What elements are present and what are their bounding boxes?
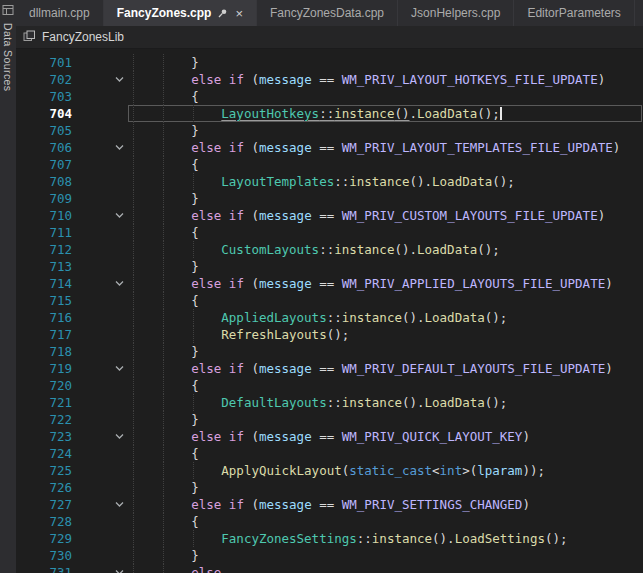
code-line-720[interactable]: 720 { bbox=[16, 377, 643, 394]
line-number[interactable]: 722 bbox=[16, 411, 72, 428]
line-number[interactable]: 705 bbox=[16, 122, 72, 139]
line-number[interactable]: 716 bbox=[16, 309, 72, 326]
code-line-711[interactable]: 711 { bbox=[16, 224, 643, 241]
fold-column[interactable] bbox=[72, 207, 131, 224]
line-number[interactable]: 725 bbox=[16, 462, 72, 479]
tab-dllmain-cpp[interactable]: dllmain.cpp bbox=[16, 0, 104, 26]
code-line-706[interactable]: 706 else if (message == WM_PRIV_LAYOUT_T… bbox=[16, 139, 643, 156]
line-number[interactable]: 704 bbox=[16, 105, 72, 122]
code-line-725[interactable]: 725 ApplyQuickLayout(static_cast<int>(lp… bbox=[16, 462, 643, 479]
token bbox=[131, 463, 221, 478]
line-number[interactable]: 701 bbox=[16, 54, 72, 71]
code-line-716[interactable]: 716 AppliedLayouts::instance().LoadData(… bbox=[16, 309, 643, 326]
line-number[interactable]: 724 bbox=[16, 445, 72, 462]
chevron-down-icon[interactable] bbox=[114, 142, 125, 153]
fold-column[interactable] bbox=[72, 139, 131, 156]
code-line-721[interactable]: 721 DefaultLayouts::instance().LoadData(… bbox=[16, 394, 643, 411]
indent-guide bbox=[193, 105, 194, 122]
indent-guide bbox=[133, 190, 134, 207]
code-line-723[interactable]: 723 else if (message == WM_PRIV_QUICK_LA… bbox=[16, 428, 643, 445]
line-number[interactable]: 720 bbox=[16, 377, 72, 394]
fold-column[interactable] bbox=[72, 360, 131, 377]
pin-icon[interactable] bbox=[217, 8, 228, 19]
code-text: DefaultLayouts::instance().LoadData(); bbox=[131, 394, 643, 411]
code-line-714[interactable]: 714 else if (message == WM_PRIV_APPLIED_… bbox=[16, 275, 643, 292]
fold-column[interactable] bbox=[72, 496, 131, 513]
chevron-down-icon[interactable] bbox=[114, 74, 125, 85]
line-number[interactable]: 703 bbox=[16, 88, 72, 105]
line-number[interactable]: 713 bbox=[16, 258, 72, 275]
indent-guide bbox=[133, 275, 134, 292]
fold-column bbox=[72, 462, 131, 479]
fold-column[interactable] bbox=[72, 71, 131, 88]
tab-fancyzonesdata-cpp[interactable]: FancyZonesData.cpp bbox=[257, 0, 398, 26]
line-number[interactable]: 707 bbox=[16, 156, 72, 173]
line-number[interactable]: 715 bbox=[16, 292, 72, 309]
code-line-727[interactable]: 727 else if (message == WM_PRIV_SETTINGS… bbox=[16, 496, 643, 513]
chevron-down-icon[interactable] bbox=[114, 210, 125, 221]
line-number[interactable]: 727 bbox=[16, 496, 72, 513]
line-number[interactable]: 706 bbox=[16, 139, 72, 156]
line-number[interactable]: 718 bbox=[16, 343, 72, 360]
fold-column[interactable] bbox=[72, 428, 131, 445]
code-line-712[interactable]: 712 CustomLayouts::instance().LoadData()… bbox=[16, 241, 643, 258]
fold-column[interactable] bbox=[72, 275, 131, 292]
code-line-717[interactable]: 717 RefreshLayouts(); bbox=[16, 326, 643, 343]
tab-editorparameters[interactable]: EditorParameters bbox=[514, 0, 634, 26]
code-line-726[interactable]: 726 } bbox=[16, 479, 643, 496]
code-line-731[interactable]: 731 else bbox=[16, 564, 643, 573]
code-line-713[interactable]: 713 } bbox=[16, 258, 643, 275]
line-number[interactable]: 710 bbox=[16, 207, 72, 224]
code-line-708[interactable]: 708 LayoutTemplates::instance().LoadData… bbox=[16, 173, 643, 190]
line-number[interactable]: 719 bbox=[16, 360, 72, 377]
line-number[interactable]: 730 bbox=[16, 547, 72, 564]
chevron-down-icon[interactable] bbox=[114, 278, 125, 289]
line-number[interactable]: 729 bbox=[16, 530, 72, 547]
line-number[interactable]: 714 bbox=[16, 275, 72, 292]
code-line-710[interactable]: 710 else if (message == WM_PRIV_CUSTOM_L… bbox=[16, 207, 643, 224]
line-number[interactable]: 702 bbox=[16, 71, 72, 88]
chevron-down-icon[interactable] bbox=[114, 499, 125, 510]
code-line-702[interactable]: 702 else if (message == WM_PRIV_LAYOUT_H… bbox=[16, 71, 643, 88]
line-number[interactable]: 723 bbox=[16, 428, 72, 445]
code-line-724[interactable]: 724 { bbox=[16, 445, 643, 462]
line-number[interactable]: 711 bbox=[16, 224, 72, 241]
code-line-728[interactable]: 728 { bbox=[16, 513, 643, 530]
code-line-705[interactable]: 705 } bbox=[16, 122, 643, 139]
line-number[interactable]: 708 bbox=[16, 173, 72, 190]
code-line-730[interactable]: 730 } bbox=[16, 547, 643, 564]
project-dropdown-label[interactable]: FancyZonesLib bbox=[42, 30, 124, 44]
line-number[interactable]: 717 bbox=[16, 326, 72, 343]
code-line-722[interactable]: 722 } bbox=[16, 411, 643, 428]
fold-column bbox=[72, 547, 131, 564]
line-number[interactable]: 726 bbox=[16, 479, 72, 496]
line-number[interactable]: 731 bbox=[16, 564, 72, 573]
navigation-bar[interactable]: FancyZonesLib bbox=[16, 26, 643, 49]
code-line-704[interactable]: 704 LayoutHotkeys::instance().LoadData()… bbox=[16, 105, 643, 122]
code-line-709[interactable]: 709 } bbox=[16, 190, 643, 207]
line-number[interactable]: 721 bbox=[16, 394, 72, 411]
code-line-703[interactable]: 703 { bbox=[16, 88, 643, 105]
token: else bbox=[191, 361, 221, 376]
code-line-729[interactable]: 729 FancyZonesSettings::instance().LoadS… bbox=[16, 530, 643, 547]
chevron-down-icon[interactable] bbox=[114, 567, 125, 573]
code-line-701[interactable]: 701 } bbox=[16, 54, 643, 71]
line-number[interactable]: 709 bbox=[16, 190, 72, 207]
code-line-718[interactable]: 718 } bbox=[16, 343, 643, 360]
close-icon[interactable]: × bbox=[235, 6, 243, 21]
side-panel-tab-data-sources[interactable]: Data Sources bbox=[0, 0, 16, 573]
line-number[interactable]: 712 bbox=[16, 241, 72, 258]
tab-fancyzones-cpp[interactable]: FancyZones.cpp× bbox=[104, 0, 257, 26]
fold-column[interactable] bbox=[72, 564, 131, 573]
tab-jsonhelpers-cpp[interactable]: JsonHelpers.cpp bbox=[398, 0, 514, 26]
token bbox=[131, 72, 191, 87]
token: { bbox=[131, 225, 199, 240]
code-line-707[interactable]: 707 { bbox=[16, 156, 643, 173]
chevron-down-icon[interactable] bbox=[114, 431, 125, 442]
code-line-719[interactable]: 719 else if (message == WM_PRIV_DEFAULT_… bbox=[16, 360, 643, 377]
chevron-down-icon[interactable] bbox=[114, 363, 125, 374]
code-line-715[interactable]: 715 { bbox=[16, 292, 643, 309]
code-editor[interactable]: 701 }702 else if (message == WM_PRIV_LAY… bbox=[16, 49, 643, 573]
line-number[interactable]: 728 bbox=[16, 513, 72, 530]
tab-label: JsonHelpers.cpp bbox=[411, 6, 500, 20]
